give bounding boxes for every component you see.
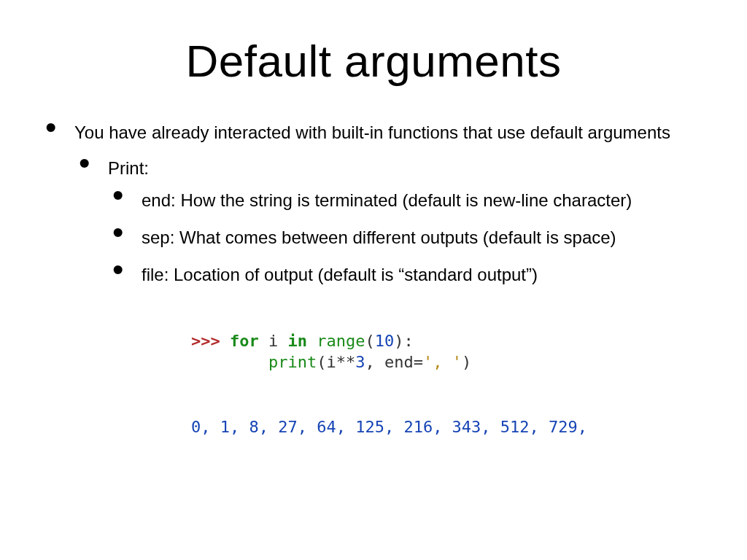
code-output: 0, 1, 8, 27, 64, 125, 216, 343, 512, 729… [191,418,597,436]
paren-open: ( [365,332,374,350]
space-1 [307,332,317,350]
op-pow: ** [336,353,356,371]
num-10: 10 [375,332,395,350]
kw-in: in [287,332,307,350]
comma-end: , end [365,353,413,371]
code-prompt: >>> [191,332,230,350]
num-3: 3 [355,353,365,371]
bullet-end: end: How the string is terminated (defau… [112,190,718,212]
bullet-list: You have already interacted with built-i… [45,122,718,287]
paren-close-colon: ): [394,332,414,350]
bullet-end-text: end: How the string is terminated (defau… [142,190,632,210]
arg-open: (i [317,353,336,371]
fn-print: print [268,353,317,371]
var-i: i [259,332,288,350]
bullet-list-level2: Print: end: How the string is terminated… [79,158,718,287]
indent [191,353,268,371]
bullet-sep-text: sep: What comes between different output… [142,228,616,247]
slide-body: You have already interacted with built-i… [45,122,718,438]
bullet-intro: You have already interacted with built-i… [45,122,718,287]
fn-range: range [317,332,365,350]
bullet-intro-text: You have already interacted with built-i… [74,122,670,142]
code-example: >>> for i in range(10): print(i**3, end=… [191,330,718,438]
slide: Default arguments You have already inter… [0,0,747,560]
bullet-print: Print: end: How the string is terminated… [79,158,718,287]
eq: = [414,353,423,371]
bullet-file-text: file: Location of output (default is “st… [142,265,538,284]
slide-title: Default arguments [0,0,747,87]
str-sep: ', ' [423,353,462,371]
bullet-sep: sep: What comes between different output… [112,227,718,249]
kw-for: for [230,332,259,350]
arg-close: ) [462,353,471,371]
bullet-print-text: Print: [108,158,149,178]
bullet-list-level3: end: How the string is terminated (defau… [112,190,718,286]
bullet-file: file: Location of output (default is “st… [112,264,718,287]
